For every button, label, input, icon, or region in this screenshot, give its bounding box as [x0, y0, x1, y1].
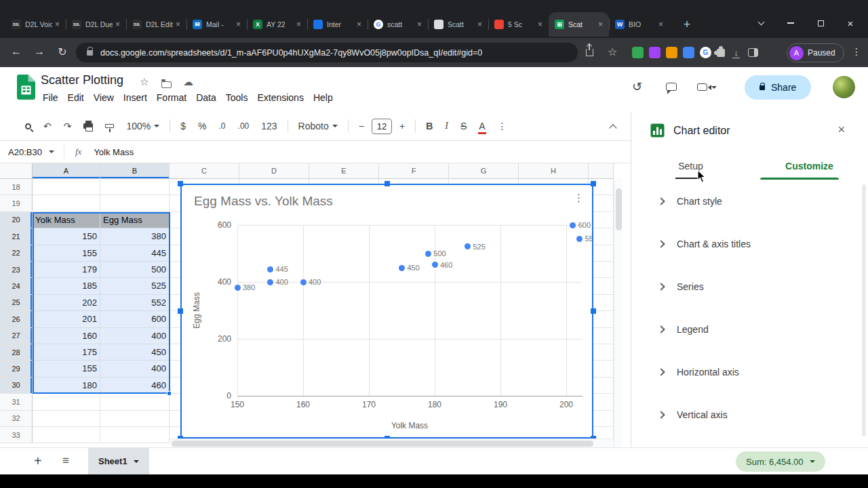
share-button[interactable]: Share	[745, 75, 811, 100]
cell[interactable]	[100, 394, 170, 410]
column-header-b[interactable]: B	[100, 163, 170, 179]
star-document-icon[interactable]: ☆	[140, 76, 149, 88]
cell[interactable]	[33, 394, 100, 410]
paint-format-icon[interactable]	[99, 116, 120, 136]
menu-view[interactable]: View	[89, 89, 119, 106]
menu-edit[interactable]: Edit	[63, 89, 89, 106]
browser-tab[interactable]: D2LD2L Edit (×	[126, 12, 186, 37]
share-page-icon[interactable]	[586, 49, 593, 56]
google-account-icon[interactable]: G	[700, 47, 711, 58]
extensions-puzzle-icon[interactable]	[717, 49, 725, 57]
decrease-font-size-button[interactable]: −	[353, 116, 370, 136]
extension-green-icon[interactable]	[632, 47, 644, 58]
menu-tools[interactable]: Tools	[221, 89, 253, 106]
add-sheet-button[interactable]: +	[34, 453, 42, 469]
row-header-18[interactable]: 18	[0, 179, 33, 195]
document-title[interactable]: Scatter Plotting	[41, 73, 123, 87]
cell[interactable]	[100, 411, 170, 427]
cell[interactable]: 460	[100, 378, 170, 394]
address-bar[interactable]: docs.google.com/spreadsheets/d/1_m-aAF6P…	[76, 43, 578, 62]
cell[interactable]	[33, 195, 100, 211]
column-header-f[interactable]: F	[379, 163, 449, 179]
row-header-26[interactable]: 26	[0, 311, 33, 327]
tab-close-icon[interactable]: ×	[233, 20, 243, 30]
row-header-23[interactable]: 23	[0, 262, 33, 278]
editor-section-horizontal-axis[interactable]: Horizontal axis	[631, 350, 868, 393]
browser-tab[interactable]: XAY 22×	[247, 12, 307, 37]
row-header-33[interactable]: 33	[0, 427, 33, 443]
site-info-lock-icon[interactable]	[87, 50, 93, 56]
cell[interactable]: 525	[100, 278, 170, 294]
browser-tab[interactable]: D2LD2L Due×	[66, 12, 126, 37]
back-icon[interactable]: ←	[8, 45, 24, 58]
reload-icon[interactable]: ↻	[54, 45, 71, 58]
bold-button[interactable]: B	[420, 116, 439, 136]
cell[interactable]: 600	[100, 311, 170, 327]
tab-close-icon[interactable]: ×	[294, 20, 304, 30]
tab-close-icon[interactable]: ×	[354, 20, 364, 30]
row-header-25[interactable]: 25	[0, 295, 33, 311]
vertical-scrollbar[interactable]	[614, 179, 623, 447]
new-tab-button[interactable]: +	[678, 16, 696, 34]
extension-orange-icon[interactable]	[666, 47, 677, 58]
horizontal-scrollbar[interactable]	[170, 439, 614, 447]
toolbar-more-icon[interactable]: ⋮	[492, 116, 513, 136]
name-box[interactable]: A20:B30	[0, 147, 58, 157]
forward-icon[interactable]: →	[31, 45, 47, 58]
editor-section-series[interactable]: Series	[631, 265, 868, 308]
cell[interactable]: 380	[100, 228, 170, 245]
decrease-decimal-button[interactable]: .0	[213, 116, 232, 136]
row-header-28[interactable]: 28	[0, 344, 33, 361]
row-header-22[interactable]: 22	[0, 245, 33, 262]
cell[interactable]: 400	[100, 328, 170, 344]
format-percent-button[interactable]: %	[192, 116, 212, 136]
extension-purple-icon[interactable]	[649, 47, 660, 58]
menu-file[interactable]: File	[38, 89, 63, 106]
cell[interactable]: 160	[33, 328, 100, 344]
side-panel-icon[interactable]	[747, 47, 759, 58]
profile-chip[interactable]: A Paused	[787, 43, 844, 62]
maximize-icon[interactable]	[806, 13, 835, 33]
chart-resize-handle[interactable]	[591, 181, 596, 186]
cell[interactable]: 175	[33, 344, 100, 361]
cell[interactable]: 150	[33, 228, 100, 245]
extension-blue-icon[interactable]	[683, 47, 694, 58]
menu-format[interactable]: Format	[152, 89, 191, 106]
cell[interactable]: 400	[100, 361, 170, 377]
font-select[interactable]: Roboto	[292, 116, 344, 136]
row-header-20[interactable]: 20	[0, 212, 33, 228]
cell[interactable]	[33, 179, 100, 195]
tab-search-icon[interactable]	[746, 13, 776, 33]
tab-setup[interactable]: Setup	[631, 161, 750, 171]
cell[interactable]	[100, 195, 170, 211]
chart-resize-handle[interactable]	[591, 308, 596, 314]
row-header-30[interactable]: 30	[0, 378, 33, 394]
cell[interactable]: 155	[33, 245, 100, 262]
browser-tab[interactable]: Gscatt×	[368, 12, 428, 37]
chart-resize-handle[interactable]	[384, 181, 390, 186]
cell[interactable]	[33, 427, 100, 443]
bookmark-star-icon[interactable]: ☆	[608, 45, 617, 58]
strikethrough-button[interactable]: S	[454, 116, 473, 136]
fill-handle[interactable]	[167, 391, 172, 396]
tab-close-icon[interactable]: ×	[414, 20, 425, 30]
hide-menus-icon[interactable]	[610, 121, 616, 134]
row-header-29[interactable]: 29	[0, 361, 33, 377]
browser-tab[interactable]: WBIO×	[609, 12, 669, 37]
chart-resize-handle[interactable]	[178, 308, 183, 314]
cell[interactable]: 552	[100, 295, 170, 311]
tab-close-icon[interactable]: ×	[52, 20, 62, 30]
cell[interactable]	[100, 179, 170, 195]
increase-font-size-button[interactable]: +	[393, 116, 411, 136]
column-header-a[interactable]: A	[33, 163, 100, 179]
cell[interactable]: Yolk Mass	[33, 212, 100, 228]
cell[interactable]: 202	[33, 295, 100, 311]
text-color-button[interactable]: A	[473, 116, 491, 136]
cell[interactable]: Egg Mass	[100, 212, 170, 228]
menu-help[interactable]: Help	[309, 89, 338, 106]
cell[interactable]	[100, 427, 170, 443]
undo-icon[interactable]: ↶	[37, 116, 58, 136]
vertical-scrollbar-thumb[interactable]	[616, 188, 622, 230]
close-panel-icon[interactable]: ×	[837, 123, 845, 137]
embedded-chart[interactable]: Egg Mass vs. Yolk Mass ⋮ Egg Mass 150160…	[180, 184, 593, 439]
